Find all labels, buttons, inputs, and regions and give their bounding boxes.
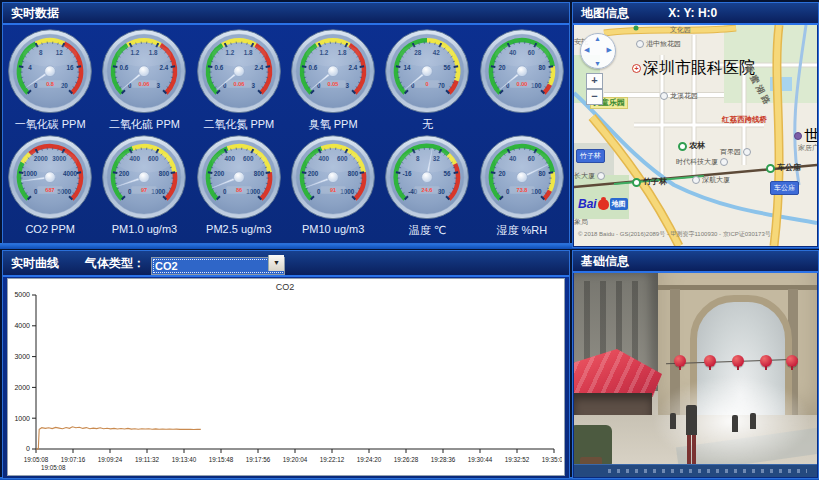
gauge-12: 02040608010073.8湿度 %RH [475, 133, 569, 239]
svg-text:200: 200 [119, 170, 130, 177]
gas-type-select[interactable]: CO2 [151, 257, 285, 275]
gas-type-label: 气体类型： [85, 251, 145, 275]
svg-text:80: 80 [538, 64, 546, 71]
video-player-bar[interactable] [574, 464, 817, 477]
svg-text:0.00: 0.00 [516, 81, 527, 87]
map-zoom-out-button[interactable]: − [586, 89, 603, 105]
svg-text:0.6: 0.6 [309, 64, 318, 71]
svg-text:4000: 4000 [14, 322, 30, 329]
map-label: 港中旅花园 [636, 39, 681, 49]
person-silhouette [750, 413, 756, 429]
svg-text:0: 0 [34, 188, 38, 195]
pan-left-icon[interactable]: ◀ [584, 46, 589, 54]
building-icon [692, 176, 700, 184]
panel-basic-info: 基础信息 [572, 250, 819, 479]
svg-text:4: 4 [28, 64, 32, 71]
metro-station-icon [678, 142, 687, 151]
svg-text:19:15:48: 19:15:48 [209, 456, 234, 463]
map-pan-control[interactable]: ▲ ▼ ◀ ▶ [580, 33, 616, 69]
svg-text:1000: 1000 [23, 170, 38, 177]
svg-text:86: 86 [236, 187, 242, 193]
map-canvas[interactable]: 安托文化园港中旅花园+深圳市眼科医院龙溪花园儿童乐园红荔西跨线桥农林世纪中家居广… [574, 25, 817, 246]
svg-text:91: 91 [330, 187, 336, 193]
building-icon [720, 158, 728, 166]
metro-station-icon [632, 178, 641, 187]
map-label: +深圳市眼科医院 [632, 63, 755, 73]
map-coordinates: X: Y: H:0 [668, 6, 717, 20]
map-label: 百果园 [720, 147, 751, 157]
gauge-7: 010002000300040005000687CO2 PPM [3, 133, 97, 239]
map-label: 车公庙 [766, 163, 801, 173]
svg-text:14: 14 [404, 64, 412, 71]
potted-plant [574, 425, 612, 469]
svg-text:3: 3 [346, 82, 350, 89]
svg-text:19:07:16: 19:07:16 [61, 456, 86, 463]
red-lantern [674, 355, 686, 367]
gauge-label: PM10 ug/m3 [302, 223, 364, 235]
mall-icon [794, 132, 802, 140]
panel-realtime-data: 实时数据 0481216200.8一氧化碳 PPM00.61.21.82.430… [2, 2, 570, 244]
baidu-map-logo: Bai 地图 [578, 197, 628, 211]
svg-text:19:11:32: 19:11:32 [135, 456, 160, 463]
svg-text:3000: 3000 [14, 353, 30, 360]
map-label: 龙溪花园 [660, 91, 698, 101]
map-label: 竹子林 [576, 149, 605, 163]
svg-text:0.06: 0.06 [233, 81, 244, 87]
svg-text:0.06: 0.06 [139, 81, 150, 87]
panel-curve-header: 实时曲线 气体类型： CO2 ▼ [3, 251, 569, 277]
svg-text:5000: 5000 [14, 291, 30, 298]
svg-text:19:13:40: 19:13:40 [172, 456, 197, 463]
gauge-2: 00.61.21.82.430.06二氧化硫 PPM [97, 27, 191, 133]
svg-text:800: 800 [159, 170, 170, 177]
map-label: 时代科技大厦 [676, 157, 728, 167]
svg-text:19:05:08: 19:05:08 [41, 464, 66, 471]
svg-text:2.4: 2.4 [349, 64, 358, 71]
panel-map-header: 地图信息 X: Y: H:0 [573, 3, 818, 25]
svg-text:16: 16 [67, 64, 75, 71]
pan-right-icon[interactable]: ▶ [607, 46, 612, 54]
svg-text:800: 800 [254, 170, 265, 177]
svg-text:97: 97 [141, 187, 147, 193]
svg-text:0: 0 [506, 188, 510, 195]
svg-text:19:05:08: 19:05:08 [24, 456, 49, 463]
pan-up-icon[interactable]: ▲ [594, 35, 601, 42]
gauge-1: 0481216200.8一氧化碳 PPM [3, 27, 97, 133]
pan-down-icon[interactable]: ▼ [594, 60, 601, 67]
svg-text:2000: 2000 [14, 384, 30, 391]
svg-text:0: 0 [34, 82, 38, 89]
red-lantern [786, 355, 798, 367]
svg-text:19:26:28: 19:26:28 [394, 456, 419, 463]
red-lantern [704, 355, 716, 367]
panel-curve-title: 实时曲线 [11, 251, 59, 275]
svg-text:19:32:52: 19:32:52 [505, 456, 530, 463]
person-legs [687, 435, 696, 467]
panel-realtime-header: 实时数据 [3, 3, 569, 25]
svg-text:4000: 4000 [63, 170, 78, 177]
panel-basic-title: 基础信息 [581, 254, 629, 268]
map-label: 文化园 [670, 25, 691, 35]
person-silhouette [686, 405, 697, 435]
map-label: 红荔西跨线桥 [722, 115, 767, 125]
svg-text:19:09:24: 19:09:24 [98, 456, 123, 463]
person-silhouette [732, 415, 738, 432]
person-silhouette [670, 413, 676, 429]
gauge-5: 014284256700无 [380, 27, 474, 133]
gauge-label: 湿度 %RH [496, 223, 547, 238]
gauge-4: 00.61.21.82.430.05臭氧 PPM [286, 27, 380, 133]
svg-text:73.8: 73.8 [516, 187, 527, 193]
map-zoom-in-button[interactable]: + [586, 73, 603, 89]
svg-text:19:30:44: 19:30:44 [468, 456, 493, 463]
svg-text:0: 0 [426, 81, 429, 87]
svg-text:0.05: 0.05 [328, 81, 339, 87]
map-label: 农林 [678, 141, 705, 151]
gas-type-combobox[interactable]: CO2 ▼ [151, 254, 285, 272]
map-label: 竹子林 [632, 177, 667, 187]
hospital-cross-icon: + [632, 64, 641, 73]
svg-text:19:35:00: 19:35:00 [542, 456, 562, 463]
svg-text:200: 200 [308, 170, 319, 177]
map-label: 长大厦 [574, 171, 605, 181]
gauge-label: 二氧化氮 PPM [203, 117, 274, 132]
building-icon [597, 172, 605, 180]
map-label: 象局 [574, 217, 588, 227]
map-label: 车公庙 [770, 181, 799, 195]
